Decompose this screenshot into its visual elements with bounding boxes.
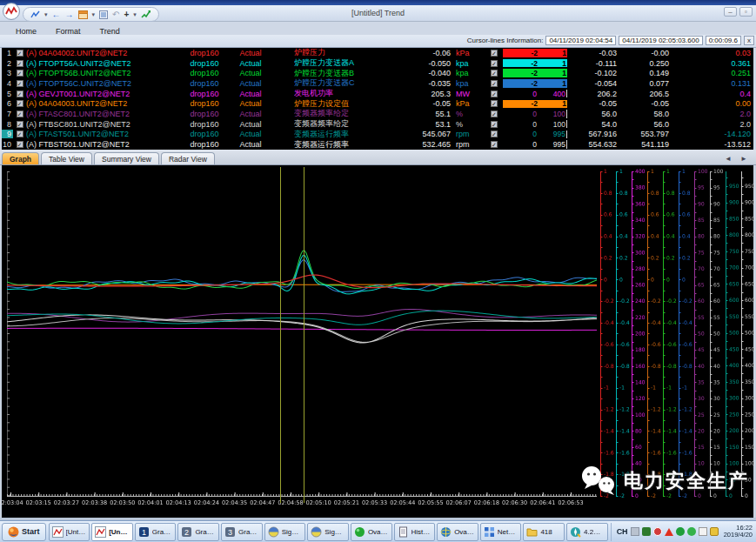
tray-flag-icon[interactable] <box>699 527 707 536</box>
wechat-icon <box>580 465 619 497</box>
taskbar-item-graphics2[interactable]: 2Graphics - -... <box>177 523 219 541</box>
point-source: drop160 <box>183 99 226 108</box>
pen-row-9[interactable]: 9✓(A) FTAST501.UNIT2@NET2drop160Actual变频… <box>2 130 753 140</box>
pen-checkbox[interactable]: ✓ <box>17 50 23 57</box>
taskbar-item-doc[interactable]: Historical Re... <box>394 523 436 541</box>
pen-checkbox[interactable]: ✓ <box>491 130 498 137</box>
view-tab-radar-view[interactable]: Radar View <box>161 152 215 164</box>
pen-checkbox[interactable]: ✓ <box>491 50 498 57</box>
chart-icon[interactable] <box>30 10 40 19</box>
pen-checkbox[interactable]: ✓ <box>491 110 498 117</box>
tray-warning-icon[interactable] <box>665 528 673 536</box>
scale-min: -2 <box>503 69 549 77</box>
taskbar-item-compass[interactable]: 4.2负压调... <box>566 523 608 541</box>
details-list-icon[interactable] <box>99 10 108 19</box>
taskbar-item-folder[interactable]: 418 <box>523 523 565 541</box>
app-logo-icon[interactable] <box>3 3 20 20</box>
scale-bar[interactable]: 0995 <box>503 140 567 149</box>
pen-row-3[interactable]: 3✓(A) FTOPT56B.UNIT2@NET2drop160Actual炉膛… <box>2 68 753 78</box>
scale-bar[interactable]: -21 <box>503 49 567 57</box>
pen-checkbox[interactable]: ✓ <box>17 60 23 67</box>
pen-checkbox[interactable]: ✓ <box>17 100 23 107</box>
pen-checkbox[interactable]: ✓ <box>491 70 498 77</box>
forward-icon[interactable]: → <box>65 10 74 19</box>
tray-green-card-icon[interactable] <box>642 527 651 536</box>
taskbar-item-network[interactable]: Network and... <box>480 523 522 541</box>
cursor1-time-field[interactable]: 04/11/2019 02:04:54 <box>545 36 616 45</box>
cursor2-value: 58.0 <box>617 110 669 118</box>
dropdown-icon[interactable]: ▾ <box>92 10 96 19</box>
taskbar-item-signal[interactable]: Signal Diagra... <box>264 523 306 541</box>
taskbar-item-points[interactable]: Ovation Poin... <box>437 523 478 541</box>
pen-checkbox[interactable]: ✓ <box>17 121 23 128</box>
undo-icon[interactable]: ↶ <box>112 10 119 19</box>
scale-bar[interactable]: 0400 <box>503 90 567 98</box>
scale-max: 100 <box>548 120 566 129</box>
scale-bar[interactable]: 0995 <box>503 130 567 139</box>
pen-checkbox[interactable]: ✓ <box>491 60 498 67</box>
taskbar-item-graphics3[interactable]: 3Graphics - -... <box>221 523 263 541</box>
pen-checkbox[interactable]: ✓ <box>17 141 23 148</box>
cursor1-value: 56.0 <box>567 110 617 118</box>
cursor-delta-field[interactable]: 0:00:09.6 <box>706 36 741 45</box>
close-cursor-info-icon[interactable]: x <box>744 36 754 45</box>
scale-bar[interactable]: -21 <box>503 100 567 109</box>
cursor2-time-field[interactable]: 04/11/2019 02:05:03.600 <box>619 36 702 45</box>
taskbar-item-graphics1[interactable]: 1Graphics - -... <box>135 523 177 541</box>
view-tab-table-view[interactable]: Table View <box>41 152 92 164</box>
taskbar-item-signal[interactable]: Signal Diagra... <box>307 523 349 541</box>
minimize-button[interactable]: – <box>724 7 737 17</box>
start-label: Start <box>22 527 40 536</box>
pen-row-6[interactable]: 6✓(A) 04A04003.UNIT2@NET2drop160Actual炉膛… <box>2 98 753 109</box>
pen-row-1[interactable]: 1✓(A) 04A04002.UNIT2@NET2drop160Actual炉膛… <box>2 48 753 58</box>
add-pen-icon[interactable]: + <box>124 10 129 19</box>
point-source: drop160 <box>183 90 226 98</box>
pen-row-8[interactable]: 8✓(A) FTBSC801.UNIT2@NET2drop160Actual变频… <box>2 119 753 130</box>
tray-shield-icon[interactable] <box>710 527 719 536</box>
view-tab-summary-view[interactable]: Summary View <box>94 152 159 164</box>
taskbar-item-trend[interactable]: [Untitled] T... <box>91 523 133 541</box>
pen-checkbox[interactable]: ✓ <box>17 90 23 97</box>
pen-checkbox[interactable]: ✓ <box>17 130 23 137</box>
pen-checkbox[interactable]: ✓ <box>491 80 498 87</box>
pen-checkbox[interactable]: ✓ <box>491 121 498 128</box>
maximize-button[interactable]: ▫ <box>739 7 753 17</box>
taskbar-item-trend[interactable]: [Untitled] Tr... <box>49 523 90 541</box>
pen-checkbox[interactable]: ✓ <box>17 80 23 87</box>
tray-green-orb-icon[interactable] <box>676 527 685 536</box>
window-layout-icon[interactable] <box>78 10 88 19</box>
point-mode: Actual <box>226 99 275 108</box>
trend-icon <box>52 526 64 538</box>
pen-checkbox[interactable]: ✓ <box>17 70 23 77</box>
tray-red-dot-icon[interactable] <box>653 527 662 536</box>
pen-row-7[interactable]: 7✓(A) FTASC801.UNIT2@NET2drop160Actual变频… <box>2 109 753 119</box>
scale-bar[interactable]: 0100 <box>503 110 567 118</box>
pen-checkbox[interactable]: ✓ <box>491 90 498 97</box>
dropdown-icon[interactable]: ▾ <box>133 10 137 19</box>
pen-row-10[interactable]: 10✓(A) FTBST501.UNIT2@NET2drop160Actual变… <box>2 139 753 150</box>
taskbar-item-alarm[interactable]: Ovation Alar... <box>351 523 392 541</box>
pen-row-5[interactable]: 5✓(A) GEVJT001.UNIT2@NET2drop160Actual发电… <box>2 89 753 99</box>
start-button[interactable]: Start <box>2 523 46 541</box>
language-indicator[interactable]: CH <box>617 527 628 536</box>
scale-bar[interactable]: -21 <box>503 79 567 88</box>
scale-bar[interactable]: 0100 <box>503 120 567 129</box>
scale-bar[interactable]: -21 <box>503 69 567 77</box>
keyboard-icon[interactable] <box>631 527 639 536</box>
pen-row-2[interactable]: 2✓(A) FTOPT56A.UNIT2@NET2drop160Actual炉膛… <box>2 58 753 69</box>
pen-row-4[interactable]: 4✓(A) FTOPT56C.UNIT2@NET2drop160Actual炉膛… <box>2 78 753 89</box>
taskbar-item-label: 4.2负压调... <box>584 527 605 537</box>
dropdown-icon[interactable]: ▾ <box>44 10 48 19</box>
view-tab-graph[interactable]: Graph <box>2 152 39 164</box>
taskbar-clock[interactable]: 16:22 2019/4/20 <box>721 525 753 539</box>
scale-bar[interactable]: -21 <box>503 59 567 68</box>
row-number: 8 <box>2 120 13 129</box>
point-source: drop160 <box>183 110 226 118</box>
live-trend-icon[interactable] <box>141 10 151 19</box>
back-icon[interactable]: ← <box>52 10 61 19</box>
pen-checkbox[interactable]: ✓ <box>491 100 498 107</box>
tray-green2-icon[interactable] <box>687 527 696 536</box>
pen-checkbox[interactable]: ✓ <box>17 110 23 117</box>
pen-checkbox[interactable]: ✓ <box>491 141 498 148</box>
tab-scroll-arrows[interactable]: ◄ ► <box>725 155 751 163</box>
